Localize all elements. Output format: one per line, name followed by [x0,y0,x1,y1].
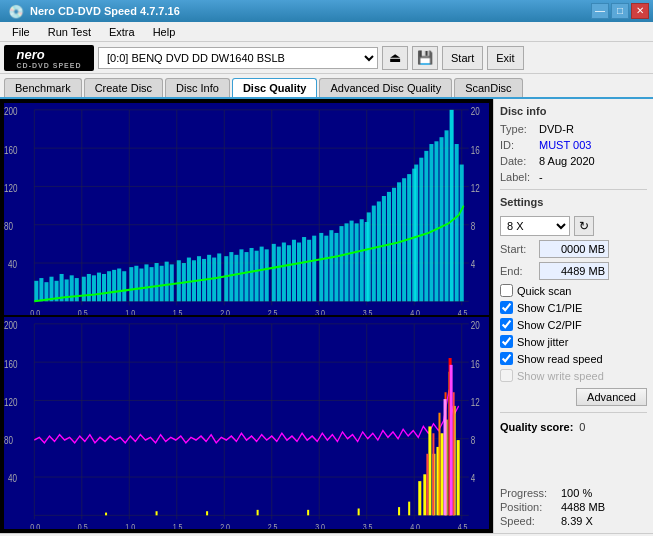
svg-text:4.5: 4.5 [458,307,468,315]
svg-text:200: 200 [4,319,17,332]
menu-run-test[interactable]: Run Test [40,24,99,40]
svg-rect-59 [150,267,154,301]
menu-bar: File Run Test Extra Help [0,22,653,42]
svg-rect-55 [129,267,133,301]
svg-rect-183 [450,365,453,515]
svg-rect-54 [122,271,126,301]
svg-rect-118 [450,110,454,301]
tab-disc-quality[interactable]: Disc Quality [232,78,318,97]
id-value: MUST 003 [539,139,591,151]
svg-rect-162 [307,510,309,515]
advanced-button[interactable]: Advanced [576,388,647,406]
show-c2-pif-checkbox[interactable] [500,318,513,331]
svg-rect-113 [424,151,428,301]
svg-rect-86 [292,240,296,302]
svg-text:0.0: 0.0 [30,521,40,529]
svg-rect-39 [44,282,48,301]
svg-rect-105 [387,192,391,301]
svg-rect-66 [187,258,191,302]
svg-rect-177 [432,433,434,515]
show-write-speed-checkbox[interactable] [500,369,513,382]
svg-rect-68 [197,256,201,301]
menu-help[interactable]: Help [145,24,184,40]
svg-rect-73 [224,256,228,301]
save-icon-btn[interactable]: 💾 [412,46,438,70]
svg-rect-166 [418,481,421,515]
svg-rect-161 [257,510,259,515]
start-button[interactable]: Start [442,46,483,70]
show-jitter-checkbox[interactable] [500,335,513,348]
svg-rect-176 [426,454,428,516]
quality-score-label: Quality score: [500,421,573,433]
svg-rect-74 [229,252,233,301]
drive-select[interactable]: [0:0] BENQ DVD DD DW1640 BSLB [98,47,378,69]
progress-label: Progress: [500,487,555,499]
svg-text:1.5: 1.5 [173,307,183,315]
svg-text:20: 20 [471,319,480,332]
svg-rect-91 [319,233,323,301]
svg-text:80: 80 [4,220,13,233]
svg-rect-84 [282,243,286,302]
menu-file[interactable]: File [4,24,38,40]
nero-logo: nero CD-DVD SPEED [4,45,94,71]
svg-rect-76 [239,249,243,301]
label-label: Label: [500,171,535,183]
svg-rect-94 [334,233,338,301]
svg-text:2.5: 2.5 [268,521,278,529]
show-read-speed-checkbox[interactable] [500,352,513,365]
svg-text:4: 4 [471,258,476,271]
quality-score-value: 0 [579,421,585,433]
svg-rect-182 [444,399,447,515]
svg-rect-165 [408,502,410,516]
svg-rect-120 [460,165,464,302]
speed-select[interactable]: 8 X [500,216,570,236]
svg-rect-117 [445,130,449,301]
svg-rect-53 [117,268,121,301]
end-input[interactable] [539,262,609,280]
tab-disc-info[interactable]: Disc Info [165,78,230,97]
svg-rect-48 [92,275,96,301]
tab-create-disc[interactable]: Create Disc [84,78,163,97]
maximize-button[interactable]: □ [611,3,629,19]
quick-scan-checkbox[interactable] [500,284,513,297]
show-jitter-label: Show jitter [517,336,568,348]
id-label: ID: [500,139,535,151]
minimize-button[interactable]: — [591,3,609,19]
chart-top: 200 160 120 80 40 20 16 12 8 4 0.0 0.5 1… [4,103,489,315]
svg-text:2.5: 2.5 [268,307,278,315]
disc-info-title: Disc info [500,105,647,117]
exit-button[interactable]: Exit [487,46,523,70]
svg-text:40: 40 [8,472,17,485]
svg-text:3.0: 3.0 [315,521,325,529]
tab-benchmark[interactable]: Benchmark [4,78,82,97]
svg-text:160: 160 [4,357,17,370]
title-bar: 💿 Nero CD-DVD Speed 4.7.7.16 — □ ✕ [0,0,653,22]
menu-extra[interactable]: Extra [101,24,143,40]
show-c1-pie-checkbox[interactable] [500,301,513,314]
close-button[interactable]: ✕ [631,3,649,19]
svg-text:200: 200 [4,105,17,118]
svg-text:0.5: 0.5 [78,521,88,529]
tab-advanced-disc-quality[interactable]: Advanced Disc Quality [319,78,452,97]
progress-value: 100 % [561,487,592,499]
svg-rect-93 [329,230,333,301]
quick-scan-label: Quick scan [517,285,571,297]
chart-bottom: 200 160 120 80 40 20 16 12 8 4 0.0 0.5 1… [4,317,489,529]
tab-scan-disc[interactable]: ScanDisc [454,78,522,97]
svg-rect-83 [277,247,281,302]
svg-rect-175 [457,440,460,515]
eject-icon-btn[interactable]: ⏏ [382,46,408,70]
svg-rect-103 [377,201,381,301]
svg-rect-47 [87,274,91,301]
svg-text:8: 8 [471,434,476,447]
svg-rect-77 [244,252,248,301]
svg-rect-112 [419,158,423,302]
start-input[interactable] [539,240,609,258]
position-label: Position: [500,501,555,513]
settings-refresh-btn[interactable]: ↻ [574,216,594,236]
end-label: End: [500,265,535,277]
svg-rect-168 [428,426,431,515]
svg-rect-58 [144,264,148,301]
svg-text:20: 20 [471,105,480,118]
svg-rect-52 [112,270,116,301]
